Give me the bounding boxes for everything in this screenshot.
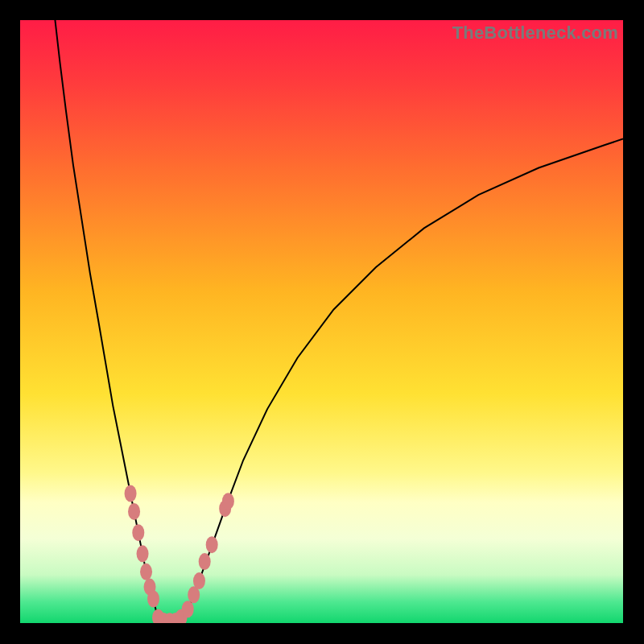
gradient-background — [20, 20, 623, 623]
watermark-text: TheBottleneck.com — [452, 23, 618, 43]
svg-rect-0 — [20, 20, 623, 623]
plot-area: TheBottleneck.com — [20, 20, 623, 623]
chart-frame: TheBottleneck.com — [0, 0, 644, 644]
